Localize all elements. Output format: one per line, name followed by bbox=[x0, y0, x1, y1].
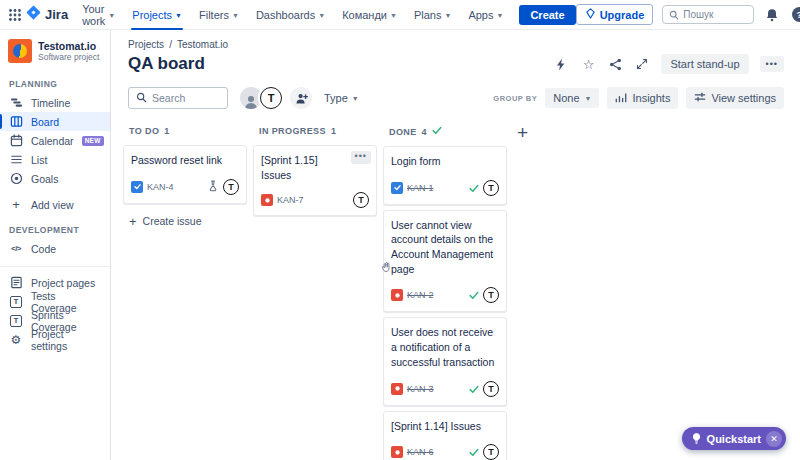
resolved-check-icon bbox=[469, 443, 479, 460]
nav-label: Projects bbox=[132, 9, 172, 21]
sidebar-item-board[interactable]: Board bbox=[0, 112, 110, 131]
gear-icon: ⚙ bbox=[9, 334, 23, 346]
column-name: IN PROGRESS bbox=[259, 126, 326, 136]
app-switcher-icon[interactable] bbox=[8, 5, 22, 25]
resolved-check-icon bbox=[469, 286, 479, 304]
new-badge: NEW bbox=[82, 136, 104, 146]
sidebar-item-label: Timeline bbox=[31, 97, 70, 109]
issue-card-kan-2[interactable]: User cannot view account details on the … bbox=[383, 210, 507, 313]
breadcrumb-project-name[interactable]: Testomat.io bbox=[177, 39, 228, 50]
chevron-down-icon: ▼ bbox=[585, 95, 592, 102]
issue-key: KAN-7 bbox=[277, 195, 304, 205]
automation-lightning-icon[interactable] bbox=[553, 56, 569, 72]
resolved-check-icon bbox=[469, 380, 479, 398]
assignee-avatar[interactable]: T bbox=[223, 179, 239, 195]
add-people-button[interactable] bbox=[290, 87, 312, 109]
issue-card-kan-4[interactable]: Password reset link KAN-4 T bbox=[123, 145, 247, 204]
quickstart-close-button[interactable]: ✕ bbox=[766, 431, 782, 447]
sidebar-item-calendar[interactable]: Calendar NEW bbox=[0, 131, 110, 150]
notifications-bell-icon[interactable] bbox=[763, 6, 781, 24]
plus-icon: + bbox=[129, 215, 137, 228]
nav-item-plans[interactable]: Plans▼ bbox=[414, 0, 451, 30]
project-header[interactable]: Testomat.io Software project bbox=[0, 39, 110, 73]
help-icon[interactable]: ? bbox=[790, 6, 800, 24]
issue-card-kan-1[interactable]: Login form KAN-1 T bbox=[383, 146, 507, 205]
group-by-dropdown[interactable]: None ▼ bbox=[545, 88, 599, 108]
member-avatar-t[interactable]: T bbox=[258, 85, 284, 111]
nav-item-projects[interactable]: Projects▼ bbox=[132, 0, 182, 30]
create-issue-button-todo[interactable]: + Create issue bbox=[123, 209, 247, 234]
top-navigation: Jira Your work▼ Projects▼ Filters▼ Dashb… bbox=[0, 0, 800, 30]
sidebar-item-list[interactable]: List bbox=[0, 150, 110, 169]
sidebar-item-label: Goals bbox=[31, 173, 58, 185]
project-type: Software project bbox=[38, 52, 99, 62]
quickstart-pill[interactable]: Quickstart ✕ bbox=[682, 427, 786, 450]
plus-icon: + bbox=[9, 198, 23, 211]
view-settings-label: View settings bbox=[711, 92, 776, 104]
issue-key: KAN-3 bbox=[407, 384, 434, 394]
issue-title: Login form bbox=[391, 154, 499, 169]
issue-card-kan-6[interactable]: [Sprint 1.14] Issues KAN-6 T bbox=[383, 411, 507, 460]
jira-logo[interactable]: Jira bbox=[26, 5, 68, 24]
assignee-avatar[interactable]: T bbox=[483, 287, 499, 303]
star-favorite-icon[interactable]: ☆ bbox=[580, 56, 596, 72]
start-standup-button[interactable]: Start stand-up bbox=[661, 54, 748, 74]
issue-title: [Sprint 1.14] Issues bbox=[391, 419, 499, 434]
code-icon: </> bbox=[9, 244, 23, 253]
issue-title: User cannot view account details on the … bbox=[391, 218, 499, 277]
create-issue-label: Create issue bbox=[143, 215, 202, 227]
bug-type-icon bbox=[261, 194, 273, 206]
task-type-icon bbox=[131, 181, 143, 193]
column-count: 4 bbox=[422, 127, 427, 137]
nav-item-teams[interactable]: Команди▼ bbox=[342, 0, 397, 30]
add-column-button[interactable]: + bbox=[513, 123, 532, 142]
toolbar-right: GROUP BY None ▼ Insights View settings bbox=[493, 87, 784, 109]
nav-item-your-work[interactable]: Your work▼ bbox=[82, 0, 115, 30]
card-more-button[interactable]: ••• bbox=[351, 151, 371, 164]
sidebar-item-timeline[interactable]: Timeline bbox=[0, 93, 110, 112]
sidebar-item-code[interactable]: </> Code bbox=[0, 239, 110, 258]
board-search-input[interactable] bbox=[152, 92, 220, 104]
issue-card-kan-7[interactable]: ••• [Sprint 1.15] Issues KAN-7 T bbox=[253, 145, 377, 216]
planning-section-title: PLANNING bbox=[0, 73, 110, 93]
board-more-button[interactable]: ••• bbox=[760, 56, 784, 72]
type-filter-dropdown[interactable]: Type ▼ bbox=[324, 92, 359, 104]
bug-type-icon bbox=[391, 289, 403, 301]
assignee-avatar[interactable]: T bbox=[483, 381, 499, 397]
board-actions: ☆ Start stand-up ••• bbox=[553, 54, 784, 74]
sidebar-divider bbox=[0, 266, 110, 267]
nav-item-dashboards[interactable]: Dashboards▼ bbox=[256, 0, 325, 30]
column-todo: TO DO 1 Password reset link KAN-4 bbox=[123, 126, 247, 234]
primary-nav: Your work▼ Projects▼ Filters▼ Dashboards… bbox=[82, 0, 503, 30]
share-icon[interactable] bbox=[607, 56, 623, 72]
assignee-avatar[interactable]: T bbox=[483, 180, 499, 196]
add-view-button[interactable]: + Add view bbox=[0, 195, 110, 214]
column-header-in-progress: IN PROGRESS 1 bbox=[253, 126, 377, 145]
search-icon bbox=[136, 89, 147, 107]
upgrade-button[interactable]: Upgrade bbox=[576, 4, 654, 25]
fullscreen-expand-icon[interactable] bbox=[634, 56, 650, 72]
development-section-title: DEVELOPMENT bbox=[0, 219, 110, 239]
nav-item-apps[interactable]: Apps▼ bbox=[468, 0, 503, 30]
issue-card-kan-3[interactable]: User does not receive a notification of … bbox=[383, 317, 507, 405]
insights-button[interactable]: Insights bbox=[607, 87, 678, 109]
chevron-down-icon: ▼ bbox=[175, 12, 182, 19]
sprints-coverage-icon: T bbox=[9, 315, 23, 327]
bug-type-icon bbox=[391, 383, 403, 395]
sidebar-item-goals[interactable]: Goals bbox=[0, 169, 110, 188]
assignee-avatar[interactable]: T bbox=[353, 192, 369, 208]
jira-logo-text: Jira bbox=[45, 7, 68, 22]
global-search-input[interactable] bbox=[683, 9, 747, 20]
nav-item-filters[interactable]: Filters▼ bbox=[199, 0, 239, 30]
breadcrumb-projects[interactable]: Projects bbox=[128, 39, 164, 50]
sidebar-item-project-settings[interactable]: ⚙ Project settings bbox=[0, 330, 110, 349]
chevron-down-icon: ▼ bbox=[232, 12, 239, 19]
assignee-avatar[interactable]: T bbox=[483, 444, 499, 460]
search-icon bbox=[669, 6, 679, 24]
column-in-progress: IN PROGRESS 1 ••• [Sprint 1.15] Issues K… bbox=[253, 126, 377, 221]
issue-key: KAN-6 bbox=[407, 447, 434, 457]
tests-coverage-icon: T bbox=[9, 296, 23, 308]
gem-icon bbox=[585, 8, 596, 21]
create-button[interactable]: Create bbox=[519, 5, 575, 25]
view-settings-button[interactable]: View settings bbox=[686, 87, 784, 109]
